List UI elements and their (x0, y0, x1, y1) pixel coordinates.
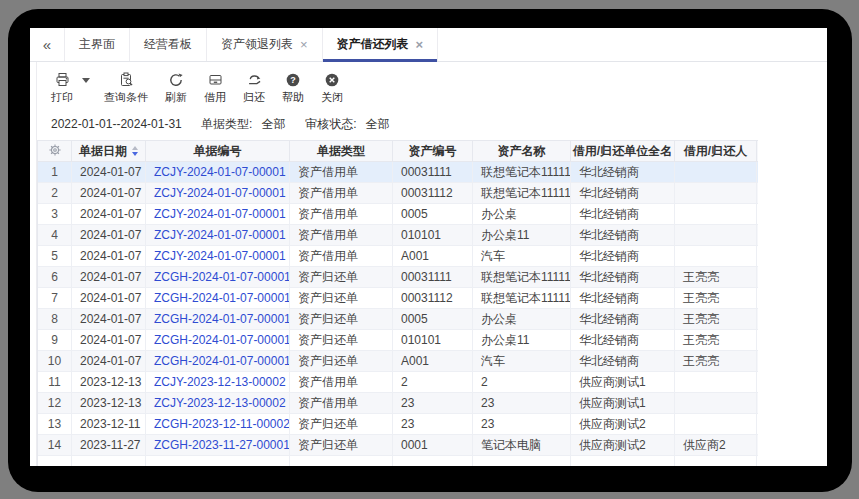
toolbar-button-close[interactable]: 关闭 (321, 71, 343, 105)
sort-icon[interactable] (132, 146, 138, 156)
toolbar-button-label: 刷新 (165, 90, 187, 105)
asset-name-cell: 联想笔记本11111 (473, 267, 571, 287)
svg-text:?: ? (290, 75, 296, 85)
table-row[interactable]: 12024-01-07ZCJY-2024-01-07-00001资产借用单000… (38, 162, 758, 183)
doc-type-cell: 资产借用单 (290, 183, 393, 203)
document-link[interactable]: ZCJY-2023-12-13-00002 (146, 372, 290, 392)
filter-doc-type-label: 单据类型: (201, 117, 252, 131)
asset-code-cell: 23 (393, 393, 473, 413)
row-number-cell: 8 (38, 309, 72, 329)
return-icon (246, 71, 263, 88)
document-link[interactable]: ZCGH-2023-12-11-00002 (146, 414, 290, 434)
doc-date-cell: 2023-12-13 (72, 372, 146, 392)
unit-name-cell: 华北经销商 (571, 267, 675, 287)
doc-type-cell: 资产归还单 (290, 309, 393, 329)
tab-item[interactable]: 经营看板 (130, 28, 207, 61)
unit-name-cell: 华北经销商 (571, 204, 675, 224)
column-header-label: 资产名称 (498, 143, 546, 160)
row-number-cell: 14 (38, 435, 72, 455)
table-row[interactable]: 132023-12-11ZCGH-2023-12-11-00002资产归还单23… (38, 414, 758, 435)
document-link[interactable]: ZCGH-2024-01-07-00001 (146, 267, 290, 287)
doc-date-cell: 2024-01-07 (72, 288, 146, 308)
asset-code-cell: 00031111 (393, 162, 473, 182)
tab-close-icon[interactable]: × (300, 38, 308, 51)
table-row[interactable]: 92024-01-07ZCGH-2024-01-07-00001资产归还单010… (38, 330, 758, 351)
document-link[interactable]: ZCJY-2024-01-07-00001 (146, 204, 290, 224)
column-header: 资产名称 (473, 141, 571, 161)
toolbar-button-printer[interactable]: 打印 (51, 71, 73, 105)
person-cell (675, 225, 757, 245)
dropdown-caret-icon[interactable] (82, 78, 90, 83)
table-row[interactable]: 72024-01-07ZCGH-2024-01-07-00001资产归还单000… (38, 288, 758, 309)
unit-name-cell: 华北经销商 (571, 309, 675, 329)
row-number-cell: 10 (38, 351, 72, 371)
filter-doc-type-value: 全部 (262, 117, 286, 131)
doc-type-cell: 资产归还单 (290, 288, 393, 308)
asset-name-cell: 汽车 (473, 351, 571, 371)
empty-cell (72, 456, 146, 466)
tab-list: 主界面经营看板资产领退列表×资产借还列表× (64, 28, 438, 61)
table-row[interactable]: 122023-12-13ZCJY-2023-12-13-00002资产借用单23… (38, 393, 758, 414)
tab-close-icon[interactable]: × (416, 38, 424, 51)
person-cell: 王亮亮 (675, 288, 757, 308)
toolbar-button-borrow[interactable]: 借用 (204, 71, 226, 105)
table-row[interactable]: 112023-12-13ZCJY-2023-12-13-00002资产借用单22… (38, 372, 758, 393)
document-link[interactable]: ZCJY-2024-01-07-00001 (146, 162, 290, 182)
sort-asc-icon (132, 146, 138, 150)
toolbar-button-return[interactable]: 归还 (243, 71, 265, 105)
table-row[interactable]: 42024-01-07ZCJY-2024-01-07-00001资产借用单010… (38, 225, 758, 246)
asset-name-cell: 办公桌 (473, 204, 571, 224)
column-header: 单据日期 (72, 141, 146, 161)
table-row[interactable]: 142023-11-27ZCGH-2023-11-27-00001资产归还单00… (38, 435, 758, 456)
row-number-cell: 13 (38, 414, 72, 434)
table-row[interactable]: 62024-01-07ZCGH-2024-01-07-00001资产归还单000… (38, 267, 758, 288)
chevrons-left-icon: « (43, 36, 51, 53)
unit-name-cell: 华北经销商 (571, 246, 675, 266)
column-header-label: 借用/归还人 (684, 143, 747, 160)
toolbar-button-clipboard-search[interactable]: 查询条件 (104, 71, 148, 105)
filter-audit-status-value: 全部 (366, 117, 390, 131)
unit-name-cell: 供应商测试1 (571, 393, 675, 413)
toolbar-button-help[interactable]: ?帮助 (282, 71, 304, 105)
help-icon: ? (285, 71, 301, 88)
content-panel: 打印查询条件刷新借用归还?帮助关闭 2022-01-01--2024-01-31… (36, 62, 827, 466)
document-link[interactable]: ZCGH-2024-01-07-00001 (146, 309, 290, 329)
tab-item[interactable]: 资产借还列表× (323, 28, 439, 61)
document-link[interactable]: ZCGH-2024-01-07-00001 (146, 288, 290, 308)
table-row[interactable]: 102024-01-07ZCGH-2024-01-07-00001资产归还单A0… (38, 351, 758, 372)
app-window: « 主界面经营看板资产领退列表×资产借还列表× 打印查询条件刷新借用归还?帮助关… (30, 28, 827, 466)
person-cell (675, 414, 757, 434)
tab-label: 主界面 (79, 36, 115, 53)
table-row[interactable]: 22024-01-07ZCJY-2024-01-07-00001资产借用单000… (38, 183, 758, 204)
table-body: 12024-01-07ZCJY-2024-01-07-00001资产借用单000… (38, 162, 758, 466)
tab-label: 资产领退列表 (221, 36, 293, 53)
table-row[interactable]: 82024-01-07ZCGH-2024-01-07-00001资产归还单000… (38, 309, 758, 330)
doc-date-cell: 2024-01-07 (72, 183, 146, 203)
tab-item[interactable]: 主界面 (64, 28, 130, 61)
asset-code-cell: A001 (393, 246, 473, 266)
asset-name-cell: 办公桌11 (473, 225, 571, 245)
table-row[interactable]: 32024-01-07ZCJY-2024-01-07-00001资产借用单000… (38, 204, 758, 225)
row-number-cell: 1 (38, 162, 72, 182)
documents-table: 单据日期单据编号单据类型资产编号资产名称借用/归还单位全名借用/归还人 1202… (37, 140, 758, 466)
column-settings-button[interactable] (38, 141, 72, 161)
document-link[interactable]: ZCJY-2023-12-13-00002 (146, 393, 290, 413)
asset-name-cell: 联想笔记本11111 (473, 288, 571, 308)
toolbar-button-label: 查询条件 (104, 90, 148, 105)
document-link[interactable]: ZCJY-2024-01-07-00001 (146, 246, 290, 266)
document-link[interactable]: ZCGH-2023-11-27-00001 (146, 435, 290, 455)
asset-name-cell: 23 (473, 393, 571, 413)
toolbar-button-refresh[interactable]: 刷新 (165, 71, 187, 105)
person-cell (675, 162, 757, 182)
collapse-sidebar-button[interactable]: « (30, 28, 64, 61)
unit-name-cell: 供应商测试2 (571, 435, 675, 455)
doc-date-cell: 2024-01-07 (72, 162, 146, 182)
tab-item[interactable]: 资产领退列表× (207, 28, 323, 61)
toolbar-button-label: 借用 (204, 90, 226, 105)
document-link[interactable]: ZCJY-2024-01-07-00001 (146, 183, 290, 203)
column-header-label: 单据类型 (317, 143, 365, 160)
document-link[interactable]: ZCGH-2024-01-07-00001 (146, 351, 290, 371)
table-row[interactable]: 52024-01-07ZCJY-2024-01-07-00001资产借用单A00… (38, 246, 758, 267)
document-link[interactable]: ZCJY-2024-01-07-00001 (146, 225, 290, 245)
document-link[interactable]: ZCGH-2024-01-07-00001 (146, 330, 290, 350)
